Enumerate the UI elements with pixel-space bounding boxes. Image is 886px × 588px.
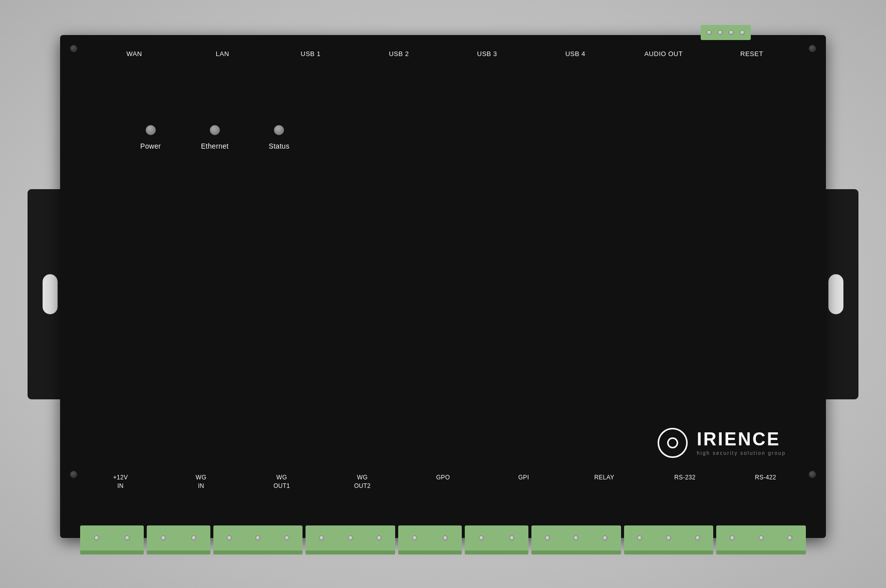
terminal-screw [443,535,448,540]
terminal-screw [377,535,382,540]
terminal-block-wg-out1 [213,525,303,550]
label-gpo: GPO [403,473,483,482]
terminal-screw [479,535,484,540]
top-port-labels: WAN LAN USB 1 USB 2 USB 3 USB 4 AUDIO OU… [60,50,826,58]
logo-circle-inner [667,437,678,448]
led-status-dot [274,125,284,135]
terminal-block-wg-in [147,525,210,550]
led-indicators: Power Ethernet Status [140,125,289,150]
bottom-port-labels: +12VIN WGIN WGOUT1 WGOUT2 GPO GPI RELAY … [60,473,826,490]
label-reset: RESET [708,50,796,58]
brand-logo: IRIENCE high security solution group [658,428,786,458]
terminal-screw [125,535,130,540]
terminal-strip [80,525,806,555]
led-ethernet-dot [210,125,220,135]
label-rs422: RS-422 [725,473,806,482]
terminal-screw [255,535,260,540]
terminal-screw [348,535,353,540]
terminal-screw [707,30,712,35]
terminal-screw [729,30,734,35]
label-wan: WAN [90,50,178,58]
terminal-block-wg-out2 [306,525,395,550]
mount-slot-left [43,274,58,314]
terminal-screw [191,535,196,540]
logo-text: IRIENCE high security solution group [697,430,786,456]
terminal-screw [787,535,792,540]
terminal-screw [284,535,289,540]
led-power-label: Power [140,142,161,150]
terminal-screw [573,535,578,540]
top-terminal-block [701,25,751,40]
terminal-screw [718,30,723,35]
terminal-screw [666,535,671,540]
terminal-screw [412,535,417,540]
label-rs232: RS-232 [645,473,725,482]
brand-name: IRIENCE [697,430,786,448]
terminal-screw [94,535,99,540]
terminal-screw [227,535,232,540]
led-power-dot [146,125,156,135]
label-audio-out: AUDIO OUT [620,50,708,58]
terminal-block-12v [80,525,144,550]
led-status: Status [269,125,290,150]
led-ethernet: Ethernet [201,125,228,150]
terminal-screw [759,535,764,540]
label-wg-out1: WGOUT1 [241,473,322,490]
label-usb3: USB 3 [443,50,531,58]
terminal-screw [603,535,608,540]
terminal-block-relay [531,525,621,550]
led-status-label: Status [269,142,290,150]
terminal-screw [509,535,514,540]
label-usb4: USB 4 [531,50,620,58]
label-12v-in: +12VIN [80,473,161,490]
terminal-screw [161,535,166,540]
terminal-block-gpo [398,525,462,550]
label-lan: LAN [178,50,266,58]
label-usb2: USB 2 [355,50,443,58]
terminal-block-gpi [465,525,528,550]
device-body: WAN LAN USB 1 USB 2 USB 3 USB 4 AUDIO OU… [60,35,826,538]
terminal-screw [695,535,700,540]
led-power: Power [140,125,161,150]
terminal-screw [545,535,550,540]
scene: WAN LAN USB 1 USB 2 USB 3 USB 4 AUDIO OU… [0,0,886,588]
label-gpi: GPI [483,473,564,482]
terminal-screw [730,535,735,540]
label-relay: RELAY [564,473,645,482]
terminal-screw [740,30,745,35]
label-wg-in: WGIN [161,473,241,490]
terminal-screw [637,535,642,540]
brand-tagline: high security solution group [697,450,786,456]
terminal-block-rs232 [624,525,714,550]
mount-slot-right [828,274,843,314]
led-ethernet-label: Ethernet [201,142,228,150]
terminal-block-rs422 [716,525,806,550]
logo-circle-icon [658,428,688,458]
label-usb1: USB 1 [266,50,355,58]
terminal-screw [319,535,324,540]
label-wg-out2: WGOUT2 [322,473,403,490]
